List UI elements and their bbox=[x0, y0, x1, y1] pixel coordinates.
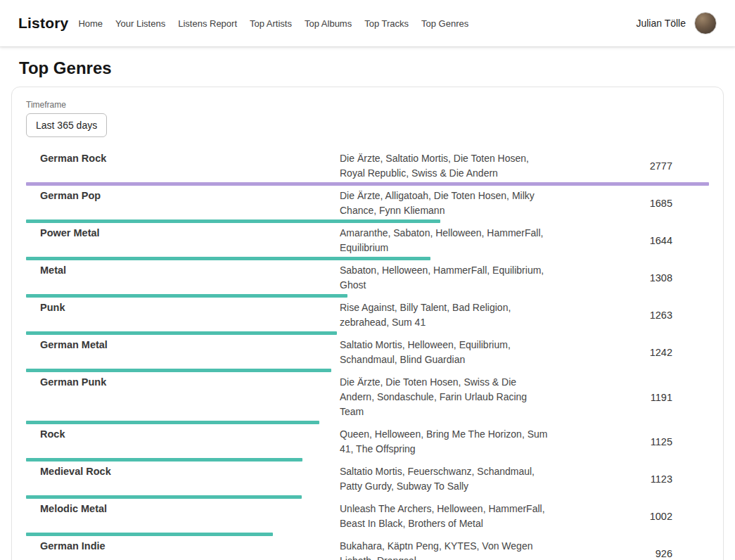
genre-name: German Indie bbox=[26, 539, 340, 554]
navbar: Listory Home Your Listens Listens Report… bbox=[0, 0, 735, 46]
main-nav: Home Your Listens Listens Report Top Art… bbox=[78, 18, 636, 29]
user-avatar[interactable] bbox=[694, 12, 717, 34]
nav-link-top-tracks[interactable]: Top Tracks bbox=[364, 18, 409, 29]
genre-artists: Unleash The Archers, Helloween, HammerFa… bbox=[340, 502, 552, 531]
genre-row-main: Metal Sabaton, Helloween, HammerFall, Eq… bbox=[26, 260, 709, 294]
user-menu: Julian Tölle bbox=[636, 12, 717, 34]
genre-row-main: German Indie Bukahara, Käptn Peng, KYTES… bbox=[26, 536, 709, 560]
genre-row: Medieval Rock Saltatio Mortis, Feuerschw… bbox=[26, 462, 709, 499]
genre-name: Rock bbox=[26, 427, 340, 443]
genre-count: 1644 bbox=[650, 235, 709, 246]
genre-artists: Saltatio Mortis, Feuerschwanz, Schandmau… bbox=[340, 464, 552, 494]
genre-row: German Metal Saltatio Mortis, Helloween,… bbox=[26, 335, 709, 372]
genre-name: German Metal bbox=[26, 338, 340, 353]
genre-row-main: Rock Queen, Helloween, Bring Me The Hori… bbox=[26, 424, 709, 458]
genre-artists: Amaranthe, Sabaton, Helloween, HammerFal… bbox=[340, 226, 552, 255]
genre-name: Punk bbox=[26, 300, 340, 316]
timeframe-label: Timeframe bbox=[26, 100, 709, 110]
genre-artists: Queen, Helloween, Bring Me The Horizon, … bbox=[340, 427, 552, 457]
genre-row: German Rock Die Ärzte, Saltatio Mortis, … bbox=[26, 148, 709, 186]
genre-artists: Rise Against, Billy Talent, Bad Religion… bbox=[340, 300, 552, 330]
genre-row: German Pop Die Ärzte, Alligatoah, Die To… bbox=[26, 186, 709, 223]
nav-link-listens-report[interactable]: Listens Report bbox=[178, 18, 237, 29]
page-title: Top Genres bbox=[19, 58, 724, 78]
genre-artists: Die Ärzte, Saltatio Mortis, Die Toten Ho… bbox=[340, 151, 552, 181]
genre-count: 2777 bbox=[650, 160, 709, 172]
genre-name: German Punk bbox=[26, 375, 340, 390]
genre-row-main: Medieval Rock Saltatio Mortis, Feuerschw… bbox=[26, 462, 709, 495]
nav-link-top-genres[interactable]: Top Genres bbox=[421, 18, 468, 29]
genre-artists: Sabaton, Helloween, HammerFall, Equilibr… bbox=[340, 263, 552, 293]
genre-row: Melodic Metal Unleash The Archers, Hello… bbox=[26, 499, 709, 536]
genre-row: German Indie Bukahara, Käptn Peng, KYTES… bbox=[26, 536, 709, 560]
timeframe-select[interactable]: Last 365 days bbox=[26, 113, 107, 137]
genre-row-main: Melodic Metal Unleash The Archers, Hello… bbox=[26, 499, 709, 533]
genre-name: Metal bbox=[26, 263, 340, 279]
genre-row-main: Power Metal Amaranthe, Sabaton, Hellowee… bbox=[26, 223, 709, 257]
genre-count: 1263 bbox=[650, 310, 709, 321]
genre-row: Rock Queen, Helloween, Bring Me The Hori… bbox=[26, 424, 709, 462]
genre-row-main: German Rock Die Ärzte, Saltatio Mortis, … bbox=[26, 148, 709, 182]
genre-row: Power Metal Amaranthe, Sabaton, Hellowee… bbox=[26, 223, 709, 260]
genre-artists: Die Ärzte, Die Toten Hosen, Swiss & Die … bbox=[340, 375, 552, 419]
genre-name: Medieval Rock bbox=[26, 464, 340, 480]
genre-count: 1002 bbox=[650, 511, 709, 522]
user-name: Julian Tölle bbox=[636, 18, 686, 29]
nav-link-home[interactable]: Home bbox=[78, 18, 103, 29]
top-genres-card: Timeframe Last 365 days German Rock Die … bbox=[11, 87, 724, 560]
genre-count: 1191 bbox=[651, 392, 709, 403]
genre-row: Punk Rise Against, Billy Talent, Bad Rel… bbox=[26, 298, 709, 335]
genre-row-main: German Metal Saltatio Mortis, Helloween,… bbox=[26, 335, 709, 369]
page-content: Top Genres Timeframe Last 365 days Germa… bbox=[0, 58, 735, 560]
genre-artists: Saltatio Mortis, Helloween, Equilibrium,… bbox=[340, 338, 552, 367]
genre-count: 1308 bbox=[650, 272, 709, 284]
genre-count: 1685 bbox=[650, 198, 709, 209]
genre-name: Power Metal bbox=[26, 226, 340, 241]
genre-count: 1242 bbox=[650, 347, 709, 358]
genre-name: German Rock bbox=[26, 151, 340, 167]
nav-link-top-artists[interactable]: Top Artists bbox=[250, 18, 292, 29]
app-logo[interactable]: Listory bbox=[18, 15, 68, 32]
genre-row-main: German Pop Die Ärzte, Alligatoah, Die To… bbox=[26, 186, 709, 219]
genre-count: 1123 bbox=[651, 473, 709, 485]
genre-row-main: Punk Rise Against, Billy Talent, Bad Rel… bbox=[26, 298, 709, 331]
genre-row-main: German Punk Die Ärzte, Die Toten Hosen, … bbox=[26, 372, 709, 421]
genre-artists: Bukahara, Käptn Peng, KYTES, Von Wegen L… bbox=[340, 539, 552, 560]
genre-count: 926 bbox=[656, 548, 709, 559]
genre-row: Metal Sabaton, Helloween, HammerFall, Eq… bbox=[26, 260, 709, 298]
genre-name: Melodic Metal bbox=[26, 502, 340, 517]
genre-row: German Punk Die Ärzte, Die Toten Hosen, … bbox=[26, 372, 709, 424]
genre-artists: Die Ärzte, Alligatoah, Die Toten Hosen, … bbox=[340, 189, 552, 218]
genre-list: German Rock Die Ärzte, Saltatio Mortis, … bbox=[26, 148, 709, 560]
nav-link-your-listens[interactable]: Your Listens bbox=[115, 18, 165, 29]
genre-count: 1125 bbox=[651, 436, 709, 447]
genre-name: German Pop bbox=[26, 189, 340, 204]
nav-link-top-albums[interactable]: Top Albums bbox=[305, 18, 352, 29]
